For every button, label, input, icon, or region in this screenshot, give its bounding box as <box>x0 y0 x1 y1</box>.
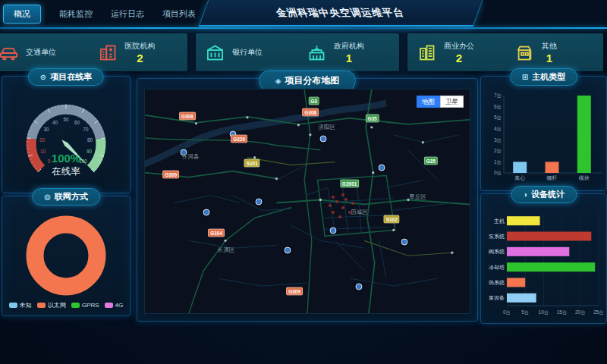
map-type-button-0[interactable]: 地图 <box>417 96 440 108</box>
stat-card-item: 医院机构2 <box>89 41 188 64</box>
road-shield-label: G309 <box>162 171 179 179</box>
svg-text:螺杆: 螺杆 <box>547 175 558 180</box>
stat-card-3: 商业办公2其他1 <box>407 33 603 71</box>
legend-swatch <box>9 303 17 308</box>
nav-tab-2[interactable]: 运行日志 <box>111 8 144 20</box>
svg-text:主机: 主机 <box>494 218 505 224</box>
legend-item[interactable]: 未知 <box>9 301 32 309</box>
svg-text:5台: 5台 <box>494 115 502 121</box>
svg-text:泵系统: 泵系统 <box>489 234 505 240</box>
svg-text:模块: 模块 <box>579 175 590 181</box>
government-icon <box>307 42 327 63</box>
top-nav: 概况能耗监控运行日志项目列表视频监控 金洲科瑞中央空调运维平台 <box>0 0 607 27</box>
road-shield-label: G3 <box>308 96 319 105</box>
panel-title-text: 主机类型 <box>532 71 565 83</box>
svg-text:0台: 0台 <box>503 309 511 315</box>
stat-card-item: 交通单位 <box>0 42 89 63</box>
page-title: 金洲科瑞中央空调运维平台 <box>199 0 481 25</box>
panel-device-title: ◑设备统计 <box>511 186 577 203</box>
panel-map-title: ◈项目分布地图 <box>259 71 356 91</box>
svg-text:50: 50 <box>63 117 69 122</box>
project-marker[interactable] <box>330 227 337 234</box>
svg-text:5台: 5台 <box>521 309 529 315</box>
stat-value: 2 <box>456 52 462 64</box>
svg-text:60: 60 <box>74 119 80 124</box>
office-icon <box>417 42 437 63</box>
stat-value: 1 <box>546 52 552 64</box>
svg-text:0台: 0台 <box>494 170 502 176</box>
stat-card-item: 政府机构1 <box>297 41 399 64</box>
monitor-icon: ⊞ <box>522 73 528 81</box>
map-type-button-1[interactable]: 卫星 <box>440 96 464 108</box>
panel-host-title: ⊞主机类型 <box>510 68 577 86</box>
legend-swatch <box>71 303 80 308</box>
panel-online-rate-title: ⊙项目在线率 <box>28 68 104 86</box>
city-cluster-dot <box>341 193 344 196</box>
map-canvas[interactable]: G308G220G308G309G104G309G3G35G2001G35S10… <box>144 89 470 314</box>
place-label: 历城区 <box>351 209 368 216</box>
svg-text:15台: 15台 <box>557 309 568 315</box>
road-shield-label: S102 <box>384 215 400 224</box>
svg-text:30: 30 <box>44 127 50 132</box>
nav-tab-0[interactable]: 概况 <box>3 5 41 24</box>
road-shield-label: G309 <box>286 287 303 295</box>
city-cluster-dot <box>332 196 335 199</box>
project-marker[interactable] <box>320 135 327 142</box>
stat-value: 2 <box>137 52 143 64</box>
network-legend: 未知以太网GPRS4G <box>9 301 123 309</box>
road-shield-label: S101 <box>244 159 260 168</box>
project-marker[interactable] <box>285 247 291 254</box>
panel-project-map: ◈项目分布地图 <box>137 78 478 322</box>
hospital-icon <box>98 42 118 63</box>
place-label: 长清区 <box>218 246 235 254</box>
svg-text:25台: 25台 <box>593 309 603 315</box>
city-cluster-dot <box>351 202 354 205</box>
road-shield-label: G220 <box>231 134 247 143</box>
panel-network-type: ◍联网方式 未知以太网GPRS4G <box>2 196 131 316</box>
svg-text:70: 70 <box>83 127 89 132</box>
legend-item[interactable]: GPRS <box>71 302 99 309</box>
place-label: 济阳区 <box>318 124 335 131</box>
stat-label: 其他 <box>542 41 557 52</box>
stat-label: 交通单位 <box>26 47 56 58</box>
project-marker[interactable] <box>356 283 363 290</box>
panel-host-type: ⊞主机类型 0台1台2台3台4台5台6台7台离心螺杆模块 <box>480 76 607 191</box>
svg-text:0: 0 <box>48 158 51 163</box>
map-pin-icon: ◈ <box>275 77 281 85</box>
svg-text:7台: 7台 <box>494 93 502 99</box>
stat-card-item: 其他1 <box>505 41 603 64</box>
project-marker[interactable] <box>401 238 408 245</box>
panel-network-title: ◍联网方式 <box>32 188 100 206</box>
svg-text:冷却塔: 冷却塔 <box>489 265 505 271</box>
project-marker[interactable] <box>203 209 210 216</box>
city-cluster-dot <box>344 198 348 201</box>
stat-label: 商业办公 <box>444 41 474 52</box>
svg-text:10: 10 <box>40 148 46 153</box>
svg-text:40: 40 <box>52 119 58 124</box>
legend-label: 以太网 <box>48 301 66 309</box>
legend-item[interactable]: 4G <box>105 302 124 309</box>
project-marker[interactable] <box>379 165 385 171</box>
road-shield-label: G308 <box>302 108 319 116</box>
nav-tab-1[interactable]: 能耗监控 <box>59 8 93 20</box>
map-type-controls: 地图卫星 <box>417 96 464 108</box>
stat-card-item: 银行单位 <box>196 42 297 63</box>
nav-tab-3[interactable]: 项目列表 <box>162 8 196 20</box>
stats-icon: ◑ <box>523 190 527 199</box>
legend-item[interactable]: 以太网 <box>37 301 66 309</box>
svg-text:6台: 6台 <box>494 104 502 110</box>
panel-title-text: 联网方式 <box>55 191 88 202</box>
road-shield-label: G35 <box>423 157 437 165</box>
panel-device-stats: ◑设备统计 0台5台10台15台20台25台主机泵系统阀系统冷却塔热系统量设备 <box>480 193 607 324</box>
svg-text:3台: 3台 <box>494 137 502 143</box>
bank-icon <box>205 42 225 63</box>
project-marker[interactable] <box>255 198 262 205</box>
stat-label: 政府机构 <box>334 41 364 52</box>
city-cluster-dot <box>341 206 344 209</box>
legend-swatch <box>105 303 113 308</box>
gauge-value: 100% <box>52 152 80 165</box>
stat-card-item: 商业办公2 <box>407 41 505 64</box>
panel-online-rate: ⊙项目在线率 0102030405060708090100100%在线率 <box>2 76 131 193</box>
globe-icon: ◍ <box>44 193 51 201</box>
gauge-chart: 0102030405060708090100100%在线率 <box>2 86 130 193</box>
